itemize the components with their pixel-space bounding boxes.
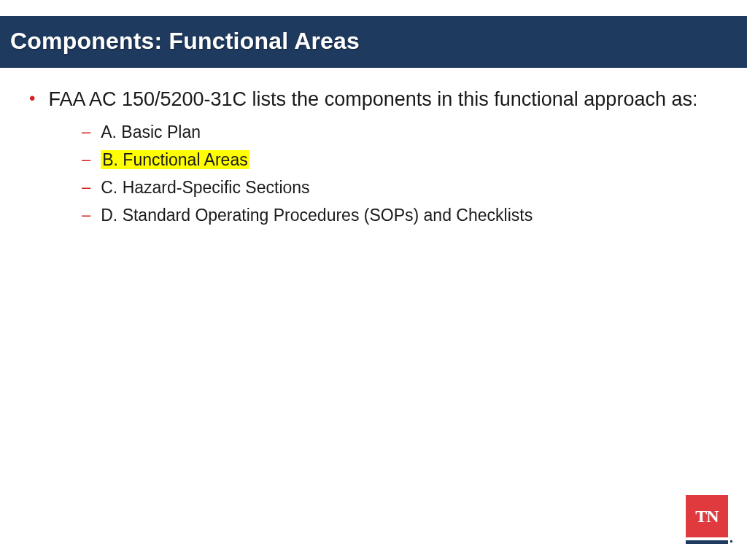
slide-content: • FAA AC 150/5200-31C lists the componen… [0, 68, 747, 227]
slide-header: Components: Functional Areas [0, 16, 747, 68]
tn-logo-underline [686, 540, 728, 544]
tn-logo-text: TN [695, 507, 718, 526]
sub-item-text: A. Basic Plan [101, 120, 201, 144]
sub-list: – A. Basic Plan – B. Functional Areas – … [82, 120, 718, 227]
sub-item-text: B. Functional Areas [101, 148, 249, 171]
dash-icon: – [82, 120, 90, 144]
bullet-dot-icon: • [29, 85, 35, 112]
dash-icon: – [82, 148, 90, 171]
main-bullet-text: FAA AC 150/5200-31C lists the components… [48, 85, 697, 113]
highlighted-text: B. Functional Areas [101, 150, 249, 169]
main-bullet-row: • FAA AC 150/5200-31C lists the componen… [29, 85, 718, 113]
sub-item: – C. Hazard-Specific Sections [82, 176, 718, 199]
tn-logo: TN [686, 495, 728, 537]
dash-icon: – [82, 203, 90, 227]
slide-title: Components: Functional Areas [10, 28, 737, 55]
tn-logo-container: TN [686, 495, 728, 544]
tn-logo-dot-icon [730, 540, 732, 542]
sub-item-text: C. Hazard-Specific Sections [101, 176, 309, 199]
sub-item: – A. Basic Plan [82, 120, 718, 144]
dash-icon: – [82, 176, 90, 199]
sub-item: – B. Functional Areas [82, 148, 718, 171]
sub-item: – D. Standard Operating Procedures (SOPs… [82, 203, 718, 227]
sub-item-text: D. Standard Operating Procedures (SOPs) … [101, 203, 533, 227]
